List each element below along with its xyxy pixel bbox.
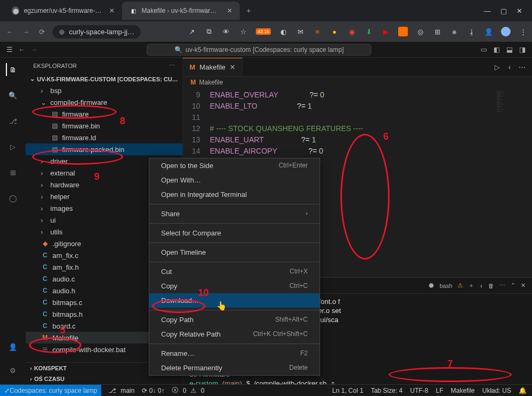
file-firmware-packed-bin[interactable]: ▤firmware.packed.bin — [26, 143, 183, 155]
close-panel-icon[interactable]: ✕ — [521, 282, 526, 289]
ext-icon[interactable]: ◐ — [278, 27, 288, 36]
layout-panel-bottom-icon[interactable]: ⬓ — [506, 45, 513, 54]
sync-indicator[interactable]: ⟳ 0↓ 0↑ — [142, 387, 164, 394]
extensions-icon[interactable]: ⊞ — [432, 27, 442, 36]
maximize-panel-icon[interactable]: ⌃ — [511, 282, 515, 289]
menu-copy-path[interactable]: Copy PathShift+Alt+C — [149, 313, 320, 327]
new-terminal-icon[interactable]: ＋ — [468, 281, 474, 290]
youtube-icon[interactable]: ▶ — [381, 27, 391, 36]
remote-indicator[interactable]: ⤢ Codespaces: curly space lamp — [0, 385, 101, 396]
encoding-indicator[interactable]: UTF-8 — [410, 387, 428, 394]
minimize-icon[interactable]: — — [484, 7, 491, 15]
menu-open-side[interactable]: Open to the SideCtrl+Enter — [149, 158, 320, 173]
more-icon[interactable]: ⋯ — [499, 282, 505, 289]
menu-delete[interactable]: Delete PermanentlyDelete — [149, 361, 320, 375]
file-firmware-ld[interactable]: ▤firmware.ld — [26, 132, 183, 143]
folder-bsp[interactable]: bsp — [26, 85, 183, 96]
warning-icon[interactable]: ⚠ — [458, 282, 463, 289]
hn-badge[interactable]: 42.1k — [256, 28, 271, 35]
ext-icon[interactable]: ◎ — [415, 27, 425, 36]
browser-tab-1-title: egzumer/uv-k5-firmware-custo — [24, 7, 102, 14]
menu-copy[interactable]: CopyCtrl+C — [149, 279, 320, 293]
binary-icon: ▤ — [50, 110, 59, 118]
menu-download[interactable]: Download… — [149, 293, 320, 308]
split-editor-icon[interactable]: ⫞ — [507, 63, 511, 71]
language-indicator[interactable]: Makefile — [451, 387, 475, 394]
menu-open-terminal[interactable]: Open in Integrated Terminal — [149, 187, 320, 202]
github-icon[interactable]: ◯ — [6, 192, 19, 204]
indent-indicator[interactable]: Tab Size: 4 — [371, 387, 402, 394]
layout-right-icon[interactable]: ◨ — [519, 45, 526, 54]
close-icon[interactable]: ✕ — [230, 63, 235, 71]
ext-icon[interactable]: ● — [330, 27, 339, 36]
cursor-position[interactable]: Ln 1, Col 1 — [332, 387, 363, 394]
window-icon[interactable]: ⧉ — [204, 27, 214, 36]
c-file-icon: C — [41, 299, 49, 306]
profile-avatar[interactable] — [501, 27, 511, 36]
menu-select-compare[interactable]: Select for Compare — [149, 226, 320, 240]
menu-cut[interactable]: CutCtrl+X — [149, 264, 320, 279]
explorer-icon[interactable]: 🗎 — [6, 63, 19, 76]
search-icon[interactable]: 🔍 — [6, 89, 19, 102]
share-icon[interactable]: ↗ — [187, 27, 197, 36]
ext-icon[interactable] — [398, 27, 408, 36]
layout-indicator[interactable]: Układ: US — [482, 387, 511, 394]
forward-icon[interactable]: → — [20, 28, 31, 36]
mail-icon[interactable]: ✉ — [295, 27, 305, 36]
close-icon[interactable]: ✕ — [227, 7, 232, 14]
eol-indicator[interactable]: LF — [436, 387, 443, 394]
layout-sidebar-icon[interactable]: ◧ — [493, 45, 500, 54]
branch-indicator[interactable]: ⎇main — [109, 387, 134, 394]
nav-back-icon[interactable]: ← — [18, 45, 25, 54]
menu-open-with[interactable]: Open With… — [149, 173, 320, 187]
trash-icon[interactable]: 🗑 — [488, 283, 494, 289]
account-icon[interactable]: 👤 — [484, 27, 493, 36]
file-firmware[interactable]: ▤firmware — [26, 108, 183, 120]
status-bar: ⤢ Codespaces: curly space lamp ⎇main ⟳ 0… — [0, 384, 532, 396]
maximize-icon[interactable]: ▢ — [500, 7, 507, 15]
eye-icon[interactable]: 👁 — [222, 27, 231, 36]
star-icon[interactable]: ☆ — [239, 27, 248, 36]
file-firmware-bin[interactable]: ▤firmware.bin — [26, 120, 183, 132]
project-header[interactable]: ⌄ UV-K5-FIRMWARE-CUSTOM [CODESPACES: CUR… — [26, 73, 183, 85]
back-icon[interactable]: ← — [4, 28, 15, 36]
extensions-icon[interactable]: ⊞ — [6, 166, 19, 179]
editor-tab-makefile[interactable]: M Makefile ✕ — [183, 58, 242, 76]
editor-tab-label: Makefile — [200, 63, 225, 71]
settings-gear-icon[interactable]: ⚙ — [6, 364, 19, 377]
menu-icon[interactable]: ☰ — [6, 45, 13, 54]
minimap[interactable]: ▬▬▬▬▬▬▬▬▬▬▬▬▬▬▬▬▬▬▬▬▬▬▬▬▬▬▬▬▬▬▬▬▬▬▬▬▬▬▬▬… — [495, 88, 532, 270]
more-icon[interactable]: ⋯ — [519, 63, 526, 71]
source-control-icon[interactable]: ⎇ — [6, 115, 19, 127]
download-icon[interactable]: ⬇ — [364, 27, 374, 36]
layout-panel-icon[interactable]: ▭ — [481, 45, 487, 54]
breadcrumb[interactable]: M Makefile — [183, 77, 532, 88]
ext-icon[interactable]: ⎈ — [450, 27, 459, 36]
menu-rename[interactable]: Rename…F2 — [149, 346, 320, 361]
address-bar[interactable]: ⊕ curly-space-lamp-jj… — [52, 25, 141, 39]
folder-compiled-firmware[interactable]: compiled-firmware — [26, 96, 183, 108]
menu-share[interactable]: Share› — [149, 207, 320, 221]
menu-open-timeline[interactable]: Open Timeline — [149, 245, 320, 260]
new-tab-button[interactable]: ＋ — [240, 6, 257, 16]
menu-copy-rel-path[interactable]: Copy Relative PathCtrl+K Ctrl+Shift+C — [149, 327, 320, 341]
downloads-icon[interactable]: ⭳ — [467, 27, 476, 36]
more-icon[interactable]: ⋯ — [169, 62, 175, 69]
split-terminal-icon[interactable]: ⫞ — [480, 283, 483, 289]
browser-tab-2[interactable]: ◧ Makefile - uv-k5-firmware-cust ✕ — [122, 2, 240, 20]
list-icon[interactable]: ≡ — [313, 27, 322, 36]
problems-indicator[interactable]: ⓧ0 ⚠0 — [172, 386, 204, 395]
site-info-icon[interactable]: ⊕ — [59, 28, 65, 36]
account-icon[interactable]: 👤 — [6, 340, 19, 353]
close-window-icon[interactable]: ✕ — [516, 7, 522, 15]
run-debug-icon[interactable]: ▷ — [6, 140, 19, 153]
browser-tab-2-title: Makefile - uv-k5-firmware-cust — [141, 7, 219, 14]
reload-icon[interactable]: ⟳ — [36, 28, 47, 36]
menu-icon[interactable]: ⋮ — [518, 27, 528, 36]
browser-tab-1[interactable]: ⬤ egzumer/uv-k5-firmware-custo ✕ — [4, 2, 122, 20]
command-center[interactable]: 🔍 uv-k5-firmware-custom [Codespaces: cur… — [147, 44, 371, 56]
close-icon[interactable]: ✕ — [109, 7, 115, 14]
run-icon[interactable]: ▷ — [495, 63, 500, 71]
ext-icon[interactable]: ◉ — [347, 27, 356, 36]
notifications-icon[interactable]: 🔔 — [519, 387, 527, 394]
